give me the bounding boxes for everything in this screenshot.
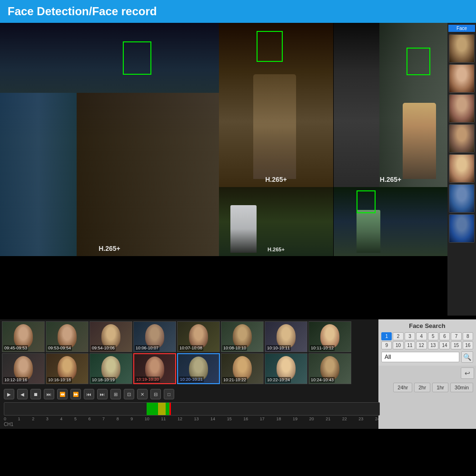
ch-btn-14[interactable]: 14 <box>439 341 450 349</box>
ch-btn-10[interactable]: 10 <box>393 341 403 349</box>
2hr-button[interactable]: 2hr <box>414 383 430 392</box>
codec-label-4: H.265+ <box>268 247 285 252</box>
tl-17: 17 <box>260 416 265 421</box>
cam3-feed: H.265+ <box>334 23 447 187</box>
nav-icon-button[interactable]: ↩ <box>461 367 474 379</box>
thumb-14[interactable]: 10:21-10:22 <box>221 353 264 384</box>
thumb-3[interactable]: 09:54-10:06 <box>89 321 132 352</box>
timeline-position <box>169 403 171 415</box>
close-button[interactable]: ✕ <box>137 389 148 399</box>
thumb-2[interactable]: 09:53-09:54 <box>46 321 89 352</box>
ch-btn-15[interactable]: 15 <box>451 341 461 349</box>
thumb-16[interactable]: 10:24-10:43 <box>308 353 351 384</box>
ch-btn-5[interactable]: 5 <box>428 332 438 340</box>
tl-2: 2 <box>32 416 34 421</box>
thumb-5[interactable]: 10:07-10:08 <box>177 321 220 352</box>
face-panel-label: Face <box>448 25 475 32</box>
play-button[interactable]: ▶ <box>4 389 14 399</box>
gap-divider <box>0 316 476 319</box>
face-thumb-1[interactable] <box>449 34 475 63</box>
ffwd-button[interactable]: ⏩ <box>70 389 81 399</box>
thumb-time-9: 10:12-10:16 <box>3 377 28 383</box>
face-detection-box-2 <box>257 31 283 62</box>
ch-btn-3[interactable]: 3 <box>405 332 415 340</box>
fullscreen-button[interactable]: □ <box>164 389 174 399</box>
thumb-1[interactable]: 09:45-09:53 <box>2 321 45 352</box>
thumb-7[interactable]: 10:10-10:11 <box>265 321 307 352</box>
ch-btn-1[interactable]: 1 <box>381 332 392 340</box>
face-thumb-7[interactable] <box>449 214 475 243</box>
header: Face Detection/Face record <box>0 0 476 23</box>
ch-btn-6[interactable]: 6 <box>439 332 450 340</box>
left-bottom: 09:45-09:53 09:53-09:54 09:54-10:06 10:0… <box>0 319 378 429</box>
ch-btn-12[interactable]: 12 <box>416 341 426 349</box>
cam-bottom-row: H.265+ <box>219 187 447 256</box>
tl-22: 22 <box>342 416 347 421</box>
tl-14: 14 <box>210 416 215 421</box>
tl-11: 11 <box>161 416 166 421</box>
thumb-11[interactable]: 10:18-10:19 <box>89 353 132 384</box>
next-clip-button[interactable]: ⊞ <box>110 389 121 399</box>
face-thumb-3[interactable] <box>449 94 475 123</box>
thumb-time-4: 10:06-10:07 <box>135 345 159 351</box>
page-title: Face Detection/Face record <box>8 5 157 18</box>
tl-7: 7 <box>102 416 105 421</box>
ch-btn-13[interactable]: 13 <box>428 341 438 349</box>
ch-btn-7[interactable]: 7 <box>451 332 461 340</box>
tl-21: 21 <box>326 416 330 421</box>
face-thumb-5[interactable] <box>449 154 475 183</box>
ch-btn-4[interactable]: 4 <box>416 332 426 340</box>
ch-btn-11[interactable]: 11 <box>405 341 415 349</box>
ch-btn-2[interactable]: 2 <box>393 332 403 340</box>
thumb-time-2: 09:53-09:54 <box>47 345 72 351</box>
1hr-button[interactable]: 1hr <box>432 383 448 392</box>
search-input[interactable] <box>381 352 459 362</box>
skip-back-button[interactable]: ⏮ <box>84 389 94 399</box>
ch-btn-8[interactable]: 8 <box>463 332 473 340</box>
thumb-13[interactable]: 10:20-10:21 <box>177 353 220 384</box>
face-thumb-4[interactable] <box>449 124 475 153</box>
thumb-15[interactable]: 10:22-10:24 <box>265 353 307 384</box>
tl-20: 20 <box>309 416 314 421</box>
thumb-9[interactable]: 10:12-10:16 <box>2 353 45 384</box>
ch-btn-16[interactable]: 16 <box>463 341 473 349</box>
face-search-panel: Face Search 1 2 3 4 5 6 7 8 9 10 11 12 1… <box>378 319 476 366</box>
split-button[interactable]: ⊡ <box>124 389 134 399</box>
thumb-6[interactable]: 10:08-10:10 <box>221 321 264 352</box>
thumb-12[interactable]: 10:19-10:20 <box>133 353 176 384</box>
thumb-time-3: 09:54-10:06 <box>91 345 116 351</box>
timeline[interactable] <box>4 402 380 416</box>
tl-12: 12 <box>178 416 182 421</box>
rewind-button[interactable]: ⏪ <box>57 389 68 399</box>
thumb-4[interactable]: 10:06-10:07 <box>133 321 176 352</box>
thumb-8[interactable]: 10:11-10:12 <box>308 321 351 352</box>
tl-5: 5 <box>74 416 77 421</box>
camera-5 <box>333 187 447 256</box>
stop-button[interactable]: ⏹ <box>30 389 41 399</box>
cam-right-col: H.265+ H.265+ <box>219 23 447 256</box>
next-frame-button[interactable]: ⏭ <box>44 389 54 399</box>
minimize-button[interactable]: ⊟ <box>150 389 161 399</box>
face-thumb-2[interactable] <box>449 64 475 93</box>
timeline-segment-green2 <box>166 403 169 415</box>
thumb-time-7: 10:10-10:11 <box>266 345 291 351</box>
search-button[interactable]: 🔍 <box>461 351 473 363</box>
tl-8: 8 <box>117 416 119 421</box>
face-panel: Face <box>447 23 476 316</box>
tl-10: 10 <box>145 416 149 421</box>
thumbs-row1: 09:45-09:53 09:53-09:54 09:54-10:06 10:0… <box>2 321 377 352</box>
prev-clip-button[interactable]: ⏭ <box>97 389 108 399</box>
thumb-time-13: 10:20-10:21 <box>179 377 204 382</box>
face-detection-box-5 <box>357 190 376 213</box>
reverse-button[interactable]: ◀ <box>17 389 28 399</box>
24hr-button[interactable]: 24hr <box>393 383 412 392</box>
bottom-area: 09:45-09:53 09:53-09:54 09:54-10:06 10:0… <box>0 319 476 429</box>
face-thumb-6[interactable] <box>449 184 475 213</box>
thumb-time-16: 10:24-10:43 <box>310 377 335 383</box>
codec-label-1: H.265+ <box>99 245 120 252</box>
thumb-10[interactable]: 10:16-10:18 <box>46 353 89 384</box>
cam4-feed: H.265+ <box>219 187 333 256</box>
face-search-nav: ↩ <box>378 366 476 381</box>
30min-button[interactable]: 30min <box>450 383 473 392</box>
ch-btn-9[interactable]: 9 <box>381 341 392 349</box>
